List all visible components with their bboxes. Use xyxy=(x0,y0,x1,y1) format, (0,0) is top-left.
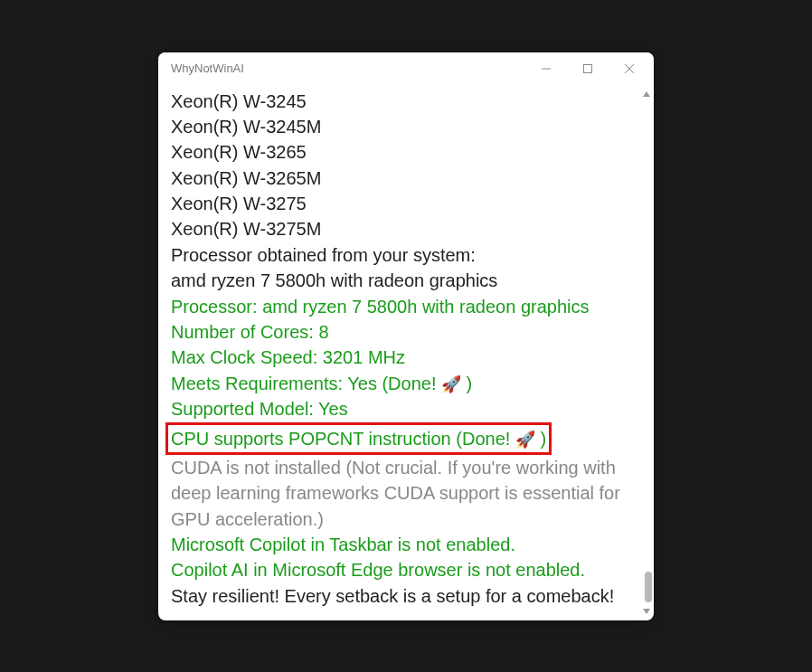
text-fragment: ) xyxy=(535,429,546,449)
clock-speed-line: Max Clock Speed: 3201 MHz xyxy=(171,345,627,370)
cores-line: Number of Cores: 8 xyxy=(171,319,627,345)
cpu-model-line: Xeon(R) W-3265M xyxy=(171,166,627,191)
scrollbar[interactable] xyxy=(639,85,654,620)
window-title: WhyNotWinAI xyxy=(171,62,525,75)
processor-obtained-label: Processor obtained from your system: xyxy=(171,242,627,268)
close-button[interactable] xyxy=(609,54,650,83)
window-controls xyxy=(525,54,650,83)
app-window: WhyNotWinAI Xeon(R) W-3245 Xeon(R) W-324… xyxy=(158,52,654,620)
meets-requirements-line: Meets Requirements: Yes (Done! 🚀 ) xyxy=(171,371,627,397)
cuda-line: CUDA is not installed (Not crucial. If y… xyxy=(171,455,627,532)
text-fragment: Meets Requirements: Yes (Done! xyxy=(171,374,441,393)
svg-rect-1 xyxy=(584,64,592,72)
scroll-thumb[interactable] xyxy=(645,572,652,602)
content-wrap: Xeon(R) W-3245 Xeon(R) W-3245M Xeon(R) W… xyxy=(158,85,654,620)
highlight-box: CPU supports POPCNT instruction (Done! 🚀… xyxy=(165,422,552,455)
output-content: Xeon(R) W-3245 Xeon(R) W-3245M Xeon(R) W… xyxy=(158,85,639,620)
popcnt-line: CPU supports POPCNT instruction (Done! 🚀… xyxy=(171,422,627,455)
scroll-up-arrow[interactable] xyxy=(639,87,654,101)
cpu-model-line: Xeon(R) W-3245M xyxy=(171,114,627,139)
cpu-model-line: Xeon(R) W-3245 xyxy=(171,89,627,114)
copilot-taskbar-line: Microsoft Copilot in Taskbar is not enab… xyxy=(171,532,627,557)
rocket-icon: 🚀 xyxy=(441,374,461,397)
maximize-button[interactable] xyxy=(567,54,609,83)
cpu-model-line: Xeon(R) W-3265 xyxy=(171,139,627,165)
rocket-icon: 🚀 xyxy=(515,428,535,452)
motivation-line: Stay resilient! Every setback is a setup… xyxy=(171,583,627,609)
processor-obtained-value: amd ryzen 7 5800h with radeon graphics xyxy=(171,268,627,293)
cpu-model-line: Xeon(R) W-3275 xyxy=(171,191,627,216)
text-fragment: CPU supports POPCNT instruction (Done! xyxy=(171,429,515,449)
copilot-edge-line: Copilot AI in Microsoft Edge browser is … xyxy=(171,557,627,582)
titlebar[interactable]: WhyNotWinAI xyxy=(158,52,654,85)
text-fragment: ) xyxy=(461,374,472,393)
scroll-down-arrow[interactable] xyxy=(639,604,654,619)
minimize-button[interactable] xyxy=(525,54,567,83)
cpu-model-line: Xeon(R) W-3275M xyxy=(171,216,627,241)
supported-model-line: Supported Model: Yes xyxy=(171,396,627,421)
processor-line: Processor: amd ryzen 7 5800h with radeon… xyxy=(171,294,627,319)
